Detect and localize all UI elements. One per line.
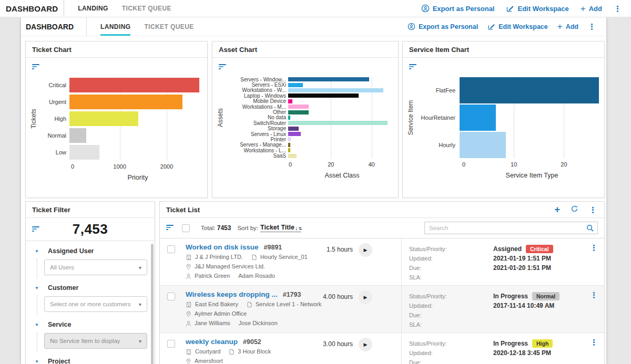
inner-edit-workspace-button[interactable]: Edit Workspace	[487, 23, 548, 30]
category-label: Servers - Manage...	[226, 142, 288, 148]
ticket-company-line: J & J Printing LTD.Hourly Service_01	[186, 254, 388, 261]
field-label: Due:	[409, 312, 493, 318]
bar-track	[288, 137, 394, 142]
bar-track	[288, 142, 394, 148]
add-ticket-icon[interactable]: +	[554, 205, 560, 214]
filter-icon[interactable]	[32, 226, 40, 233]
bar[interactable]	[288, 99, 292, 103]
bar[interactable]	[288, 121, 388, 125]
row-menu-icon[interactable]: ⋮	[590, 244, 598, 252]
bar[interactable]	[69, 128, 86, 143]
filter-icon[interactable]	[166, 225, 174, 231]
person-icon	[186, 273, 191, 279]
bar-track	[288, 99, 394, 104]
dropdown-placeholder: All Users	[50, 264, 74, 271]
ticket-company-line: Courtyard3 Hour Block	[186, 348, 388, 355]
service-item-chart-card: Service Item Chart Service ItemFlatFeeHo…	[402, 41, 605, 198]
filter-icon[interactable]	[32, 64, 40, 70]
refresh-icon[interactable]	[571, 205, 578, 214]
ticket-title-link[interactable]: weekly cleanup	[186, 338, 238, 346]
ticket-title-link[interactable]: Worked on disk issue	[186, 243, 259, 251]
edit-workspace-button[interactable]: Edit Workspace	[506, 4, 568, 13]
bar[interactable]	[288, 93, 359, 98]
inner-add-button[interactable]: + Add	[557, 22, 578, 31]
play-button[interactable]: ▶	[359, 243, 372, 257]
x-tick-label: 0	[289, 161, 292, 168]
bar[interactable]	[460, 77, 599, 103]
row-checkbox[interactable]	[167, 340, 175, 348]
row-menu-icon[interactable]: ⋮	[590, 291, 598, 299]
chart-row: Workstations - W...	[219, 88, 394, 93]
inner-more-menu-icon[interactable]: ⋮	[588, 23, 596, 30]
row-checkbox[interactable]	[167, 245, 175, 253]
select-all-checkbox[interactable]	[182, 224, 190, 232]
filter-dropdown[interactable]: Select one or more customers▾	[44, 296, 147, 312]
chart-row: High	[32, 110, 203, 127]
field-value: 2017-11-14 10:49 AM	[493, 302, 554, 309]
list-more-menu-icon[interactable]: ⋮	[589, 206, 597, 214]
ticket-company-line: East End BakeryService Level 1 - Network	[186, 301, 388, 308]
workspace-tab-dashboard[interactable]: DASHBOARD	[0, 0, 64, 17]
bar[interactable]	[288, 110, 309, 115]
inner-export-as-personal-button[interactable]: Export as Personal	[408, 23, 478, 30]
location-name: Amersfoort	[195, 358, 223, 364]
location-name: Aylmer Admin Office	[195, 310, 247, 317]
category-label: Normal	[39, 132, 69, 139]
bar[interactable]	[288, 143, 290, 147]
filter-section: ▼Project	[26, 352, 155, 364]
inner-tab-landing[interactable]: LANDING	[100, 17, 130, 36]
bar[interactable]	[288, 127, 299, 131]
collapse-triangle-icon[interactable]: ▼	[35, 286, 39, 290]
collapse-triangle-icon[interactable]: ▼	[35, 359, 39, 364]
bar[interactable]	[460, 105, 496, 131]
bar[interactable]	[69, 78, 199, 92]
bar[interactable]	[288, 83, 303, 87]
ticket-status-panel: Status/Priority:In ProgressHighUpdated:2…	[401, 333, 604, 364]
company-name: J & J Printing LTD.	[195, 254, 243, 261]
collapse-triangle-icon[interactable]: ▼	[35, 323, 39, 327]
chart-rows: Servers - Window...Servers - ESXiWorksta…	[219, 77, 394, 159]
bar[interactable]	[288, 88, 383, 92]
priority-badge: High	[532, 339, 553, 348]
inner-tab-ticket-queue[interactable]: TICKET QUEUE	[144, 17, 194, 36]
search-input[interactable]	[425, 222, 597, 234]
filter-dropdown[interactable]: All Users▾	[44, 259, 147, 275]
row-menu-icon[interactable]: ⋮	[590, 338, 598, 346]
filter-scrollbar[interactable]	[151, 244, 154, 364]
bar[interactable]	[288, 116, 290, 120]
bar[interactable]	[288, 148, 290, 152]
bar[interactable]	[288, 132, 301, 136]
bar[interactable]	[288, 137, 291, 141]
sort-control[interactable]: Sort by: Ticket Title ↓ ⇅	[237, 224, 301, 232]
ticket-title-link[interactable]: Wireless keeps dropping ...	[186, 290, 278, 298]
chart-row: Servers - Linux	[219, 131, 394, 137]
collapse-triangle-icon[interactable]: ▼	[35, 249, 39, 254]
category-label: Other	[226, 109, 288, 115]
bar[interactable]	[69, 111, 138, 126]
edit-pencil-icon	[487, 23, 495, 30]
tab-landing[interactable]: LANDING	[78, 5, 108, 12]
card-title: Service Item Chart	[403, 41, 604, 58]
row-checkbox[interactable]	[167, 293, 175, 300]
bar[interactable]	[288, 105, 309, 109]
export-as-personal-button[interactable]: Export as Personal	[421, 4, 495, 13]
ticket-hours: 3.00 hours	[323, 340, 353, 348]
filter-icon[interactable]	[409, 64, 417, 70]
category-label: Hourly	[416, 142, 460, 148]
bar[interactable]	[69, 95, 182, 109]
total-label: Total:	[201, 225, 216, 231]
bar-track	[288, 104, 394, 109]
bar[interactable]	[288, 77, 369, 81]
more-menu-icon[interactable]: ⋮	[614, 5, 622, 13]
chart-row: Switch/Router	[219, 120, 394, 126]
bar[interactable]	[460, 132, 506, 158]
field-value: In ProgressHigh	[493, 339, 553, 348]
play-button[interactable]: ▶	[359, 290, 372, 304]
add-button[interactable]: + Add	[581, 4, 602, 13]
play-button[interactable]: ▶	[359, 338, 372, 351]
ticket-main: Worked on disk issue#9891J & J Printing …	[186, 243, 388, 279]
bar[interactable]	[69, 145, 99, 160]
bar[interactable]	[288, 154, 297, 158]
filter-icon[interactable]	[219, 64, 227, 70]
tab-ticket-queue[interactable]: TICKET QUEUE	[122, 5, 171, 12]
